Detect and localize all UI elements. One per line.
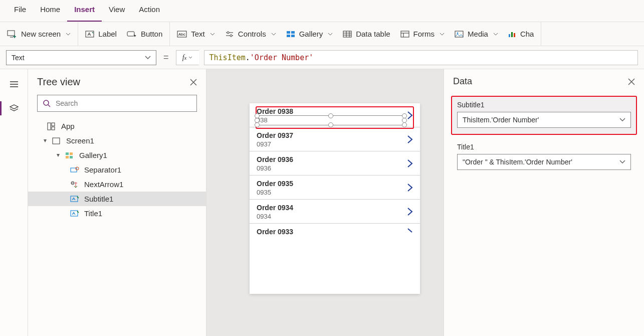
tree-node-title[interactable]: Title1 — [28, 206, 206, 221]
tree-search[interactable] — [37, 95, 197, 112]
separator-icon — [70, 166, 80, 174]
field-value: ThisItem.'Order Number' — [463, 116, 539, 124]
menu-insert[interactable]: Insert — [67, 0, 102, 22]
tree-node-label: Gallery1 — [79, 151, 107, 159]
svg-point-6 — [230, 35, 232, 37]
svg-rect-24 — [70, 152, 73, 155]
svg-rect-22 — [53, 138, 60, 144]
row-subtitle: 0934 — [257, 213, 413, 220]
svg-rect-10 — [291, 35, 295, 37]
gallery-row[interactable]: Order 09350935 — [250, 176, 420, 200]
svg-rect-11 — [343, 31, 351, 37]
properties-panel: Data Subtitle1 ThisItem.'Order Number' T… — [444, 69, 644, 336]
gallery-row[interactable]: Order 0933 — [250, 224, 420, 239]
svg-rect-16 — [511, 32, 513, 37]
row-title: Order 0938 — [257, 107, 413, 115]
subtitle-selection[interactable] — [257, 115, 405, 125]
menu-view[interactable]: View — [102, 0, 132, 22]
property-selector[interactable]: Text — [6, 50, 156, 65]
svg-rect-23 — [66, 152, 69, 155]
title-binding-dropdown[interactable]: "Order " & ThisItem.'Order Number' — [457, 154, 631, 170]
fx-button[interactable]: fx — [176, 50, 199, 65]
forms-dropdown[interactable]: Forms — [400, 30, 445, 38]
chevron-down-icon — [145, 56, 151, 60]
table-icon — [343, 31, 352, 38]
chevron-right-icon — [407, 228, 413, 235]
menu-file[interactable]: File — [7, 0, 33, 22]
tree-panel: Tree view App Screen1 Gallery1 — [28, 69, 206, 336]
field-label: Subtitle1 — [457, 101, 631, 109]
text-dropdown[interactable]: Abc Text — [177, 30, 215, 38]
property-value: Text — [12, 54, 25, 62]
tree-node-screen[interactable]: Screen1 — [28, 133, 206, 148]
text-label: Text — [191, 30, 205, 38]
field-value: "Order " & ThisItem.'Order Number' — [463, 158, 572, 166]
chevron-right-icon — [407, 111, 413, 120]
tree-node-gallery[interactable]: Gallery1 — [28, 148, 206, 162]
left-rail — [0, 69, 28, 336]
svg-rect-8 — [291, 31, 295, 34]
hamburger-button[interactable] — [4, 75, 24, 93]
svg-rect-20 — [52, 123, 55, 126]
design-canvas[interactable]: Order 0938938Order 09370937Order 0936093… — [206, 69, 444, 336]
formula-input[interactable]: ThisItem.'Order Number' — [204, 50, 638, 65]
tree-node-label: NextArrow1 — [84, 180, 123, 189]
label-button[interactable]: Label — [85, 30, 117, 38]
gallery-dropdown[interactable]: Gallery — [286, 30, 333, 38]
chevron-right-icon — [407, 135, 413, 144]
tree-view-rail-button[interactable] — [4, 99, 24, 117]
row-subtitle: 0935 — [257, 189, 413, 196]
row-title: Order 0935 — [257, 180, 413, 188]
row-title: Order 0934 — [257, 204, 413, 212]
hamburger-icon — [10, 81, 19, 88]
svg-rect-21 — [52, 127, 55, 130]
close-tree-button[interactable] — [190, 79, 197, 86]
tree-node-label: App — [61, 122, 75, 130]
image-icon — [455, 31, 464, 38]
media-dropdown[interactable]: Media — [455, 30, 498, 38]
tree-node-separator[interactable]: Separator1 — [28, 162, 206, 177]
svg-rect-26 — [70, 156, 73, 158]
resize-handle[interactable] — [255, 122, 260, 127]
close-properties-button[interactable] — [628, 78, 635, 85]
chart-dropdown[interactable]: Cha — [508, 30, 534, 38]
formula-bar: Text = fx ThisItem.'Order Number' — [0, 46, 644, 69]
chevron-down-icon — [493, 33, 498, 36]
tree-search-input[interactable] — [55, 99, 191, 108]
chart-label: Cha — [520, 30, 534, 38]
gallery-row[interactable]: Order 09370937 — [250, 127, 420, 151]
tree-node-subtitle[interactable]: Subtitle1 — [28, 192, 206, 206]
menu-home[interactable]: Home — [33, 0, 67, 22]
svg-point-14 — [457, 32, 459, 34]
new-screen-button[interactable]: New screen — [7, 30, 71, 38]
resize-handle[interactable] — [328, 122, 333, 127]
close-icon — [628, 78, 635, 85]
data-table-button[interactable]: Data table — [343, 30, 390, 38]
tree-node-label: Title1 — [84, 209, 102, 218]
menu-action[interactable]: Action — [132, 0, 167, 22]
svg-point-5 — [227, 32, 229, 34]
svg-point-18 — [44, 100, 49, 105]
chevron-down-icon — [619, 160, 625, 164]
resize-handle[interactable] — [255, 113, 260, 118]
tree-node-nextarrow[interactable]: NextArrow1 — [28, 177, 206, 192]
gallery-row[interactable]: Order 09340934 — [250, 200, 420, 224]
resize-handle[interactable] — [328, 113, 333, 118]
subtitle-binding-dropdown[interactable]: ThisItem.'Order Number' — [457, 112, 631, 128]
controls-dropdown[interactable]: Controls — [225, 30, 276, 38]
svg-rect-2 — [127, 32, 134, 36]
expand-icon — [55, 153, 61, 157]
media-label: Media — [468, 30, 488, 38]
resize-handle[interactable] — [402, 113, 407, 118]
label-button-label: Label — [98, 30, 117, 38]
label-tree-icon — [70, 210, 80, 217]
screen-plus-icon — [7, 30, 17, 38]
ribbon: New screen Label Button Abc Text — [0, 22, 644, 46]
svg-rect-15 — [509, 34, 510, 37]
resize-handle[interactable] — [402, 122, 407, 127]
tree-node-app[interactable]: App — [28, 119, 206, 133]
gallery-row[interactable]: Order 09360936 — [250, 151, 420, 176]
svg-rect-17 — [514, 33, 515, 37]
button-button[interactable]: Button — [127, 30, 162, 38]
label-tree-icon — [70, 196, 80, 203]
